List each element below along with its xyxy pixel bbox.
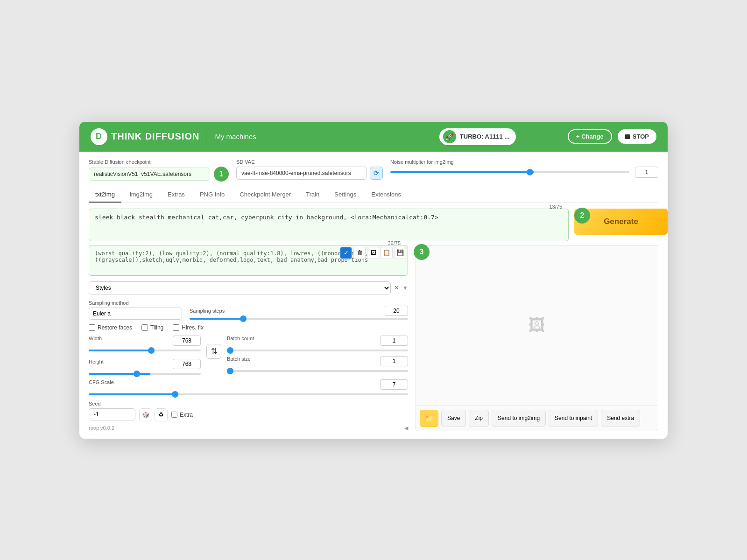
roop-collapse-icon[interactable]: ◀ (404, 425, 408, 431)
sampling-steps-group: Sampling steps (190, 306, 408, 320)
send-to-img2img-button[interactable]: Send to img2img (492, 410, 546, 427)
cfg-scale-slider[interactable] (89, 393, 408, 395)
tab-train[interactable]: Train (299, 187, 326, 203)
width-label: Width (89, 336, 102, 346)
batch-size-thumb[interactable] (227, 368, 233, 374)
roop-footer: roop v0.0.2 ◀ (89, 425, 408, 431)
hires-fix-checkbox[interactable]: Hires. fix (173, 324, 204, 331)
nav-label: My machines (215, 133, 256, 140)
vae-select[interactable]: vae-ft-mse-840000-ema-pruned.safetensors (236, 167, 367, 180)
batch-count-slider[interactable] (227, 350, 408, 351)
cfg-scale-label: CFG Scale (89, 379, 114, 390)
tab-txt2img[interactable]: txt2img (89, 187, 121, 203)
batch-size-input[interactable] (380, 356, 408, 366)
app-header: D THINK DIFFUSION My machines 🚀 TURBO: A… (79, 122, 668, 152)
vae-refresh-button[interactable]: ⟳ (370, 167, 383, 180)
styles-select[interactable]: Styles (89, 281, 391, 294)
cfg-scale-input[interactable] (380, 379, 408, 390)
img1-btn[interactable]: 🖼 (367, 247, 379, 259)
expand-icon[interactable]: ▼ (402, 285, 408, 291)
roop-label: roop v0.0.2 (89, 425, 114, 431)
trash-btn[interactable]: 🗑 (353, 247, 366, 259)
save-icon: 💾 (396, 249, 404, 256)
width-thumb[interactable] (148, 347, 155, 354)
tab-img2img[interactable]: img2img (123, 187, 159, 203)
batch-count-group: Batch count (227, 336, 408, 351)
sampling-method-group: Sampling method Euler a (89, 300, 182, 320)
sampling-steps-slider[interactable] (190, 318, 408, 320)
tab-extras[interactable]: Extras (161, 187, 191, 203)
cfg-scale-thumb[interactable] (172, 391, 178, 398)
content-area: 36/75 (worst quality:2), (low quality:2)… (89, 245, 658, 431)
tab-png-info[interactable]: PNG Info (193, 187, 231, 203)
height-slider[interactable] (89, 373, 201, 375)
send-to-inpaint-button[interactable]: Send to inpaint (549, 410, 598, 427)
stop-icon (625, 134, 630, 139)
batch-size-slider[interactable] (227, 370, 408, 372)
save-button[interactable]: Save (441, 410, 466, 427)
positive-prompt-input[interactable]: sleek black stealth mechanical cat,car, … (89, 209, 569, 241)
stop-button[interactable]: STOP (618, 129, 656, 144)
img2-icon: 📋 (383, 249, 390, 256)
image-display: 🖼 (416, 245, 658, 406)
main-tabs: txt2img img2img Extras PNG Info Checkpoi… (89, 187, 658, 203)
sampling-steps-thumb[interactable] (240, 315, 247, 322)
sampling-steps-input[interactable] (385, 306, 408, 316)
tab-checkpoint-merger[interactable]: Checkpoint Merger (233, 187, 297, 203)
change-button[interactable]: + Change (568, 129, 612, 144)
logo-divider (207, 129, 207, 144)
noise-slider[interactable] (390, 171, 629, 173)
sampling-method-select[interactable]: Euler a (89, 308, 182, 320)
noise-thumb[interactable] (527, 169, 533, 175)
vae-label: SD VAE (236, 159, 383, 165)
tiling-checkbox[interactable]: Tiling (141, 324, 163, 331)
height-thumb[interactable] (134, 371, 140, 377)
zip-button[interactable]: Zip (469, 410, 489, 427)
tab-settings[interactable]: Settings (328, 187, 363, 203)
batch-count-thumb[interactable] (227, 347, 233, 354)
recycle-button[interactable]: ♻ (155, 408, 168, 421)
width-input[interactable] (173, 336, 201, 346)
step-3-badge: 3 (414, 244, 430, 260)
step-2-badge: 2 (574, 208, 590, 224)
prompt-main: 13/75 sleek black stealth mechanical cat… (89, 209, 569, 243)
sampling-steps-label: Sampling steps (190, 308, 225, 314)
dims-row: Width Height (89, 336, 408, 375)
extra-checkbox[interactable]: Extra (171, 412, 193, 418)
accept-btn[interactable]: ✓ (340, 247, 352, 259)
neg-toolbar: ✓ 🗑 🖼 📋 💾 (340, 247, 406, 259)
seed-label: Seed (89, 401, 135, 406)
turbo-label: TURBO: A1111 ... (460, 133, 509, 140)
top-controls: Stable Diffusion checkpoint 1 SD VAE vae… (89, 159, 658, 182)
folder-button[interactable]: 📁 (420, 410, 438, 427)
styles-row: Styles × ▼ (89, 281, 408, 294)
img2-btn[interactable]: 📋 (381, 247, 393, 259)
checkpoint-label: Stable Diffusion checkpoint (89, 159, 229, 165)
seed-input[interactable] (89, 408, 135, 420)
batch-count-label: Batch count (227, 336, 254, 346)
height-input[interactable] (173, 359, 201, 369)
batch-size-group: Batch size (227, 356, 408, 372)
logo-icon: D (91, 128, 107, 145)
styles-close[interactable]: × (395, 284, 399, 292)
width-group: Width (89, 336, 201, 351)
dice-button[interactable]: 🎲 (139, 408, 152, 421)
checkpoint-input[interactable] (89, 168, 210, 181)
batch-size-label: Batch size (227, 356, 251, 366)
restore-faces-checkbox[interactable]: Restore faces (89, 324, 132, 331)
sampling-row: Sampling method Euler a Sampling steps (89, 300, 408, 320)
left-panel: 36/75 (worst quality:2), (low quality:2)… (89, 245, 408, 431)
save-btn[interactable]: 💾 (394, 247, 406, 259)
noise-value-input[interactable] (635, 167, 658, 178)
dice-icon: 🎲 (142, 411, 149, 418)
logo: D THINK DIFFUSION (91, 128, 199, 145)
vae-wrapper: vae-ft-mse-840000-ema-pruned.safetensors… (236, 167, 383, 180)
turbo-badge: 🚀 TURBO: A1111 ... (439, 128, 516, 145)
batch-count-input[interactable] (380, 336, 408, 346)
swap-button[interactable]: ⇅ (206, 344, 221, 359)
send-extra-button[interactable]: Send extra (601, 410, 640, 427)
width-slider[interactable] (89, 350, 201, 351)
height-label: Height (89, 359, 104, 369)
tab-extensions[interactable]: Extensions (365, 187, 408, 203)
noise-section: Noise multiplier for img2img (390, 159, 658, 178)
